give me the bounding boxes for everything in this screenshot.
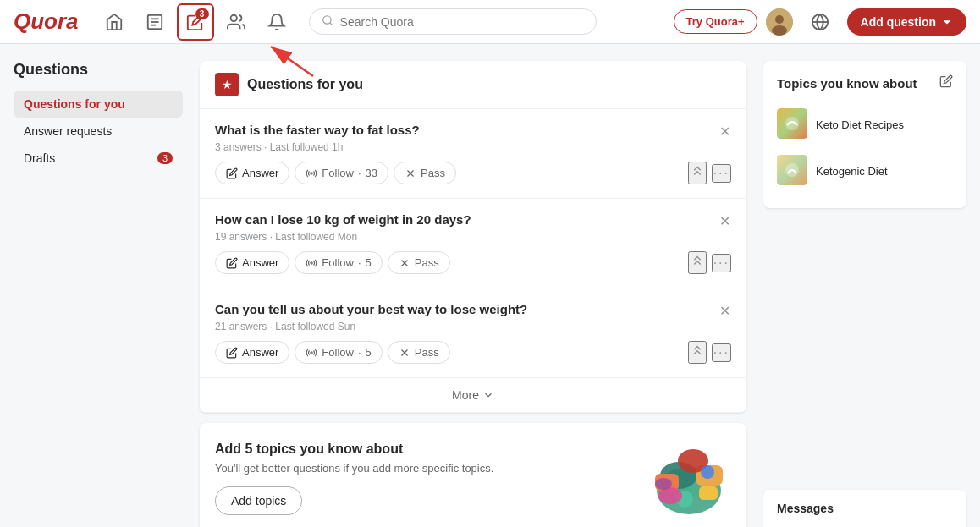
pass-btn-1[interactable]: Pass [394,162,456,184]
svg-point-14 [311,172,312,173]
svg-point-4 [230,14,236,20]
question-title-3[interactable]: Can you tell us about your best way to l… [215,302,731,316]
add-topics-title: Add 5 topics you know about [215,442,633,457]
downvote-btn-1[interactable] [688,162,707,184]
search-input[interactable] [340,15,584,29]
add-topics-left: Add 5 topics you know about You'll get b… [215,442,633,515]
downvote-btn-2[interactable] [688,251,707,274]
more-options-btn-2[interactable]: ··· [712,254,731,272]
topics-panel: Topics you know about [763,61,966,208]
write-nav-btn[interactable]: 3 [177,3,214,41]
home-nav-btn[interactable] [96,3,133,41]
topic-item-keto-diet[interactable]: Keto Diet Recipes [777,102,953,148]
question-meta-1: 3 answers · Last followed 1h [215,141,731,153]
questions-panel: ★ Questions for you ✕ What is the faster… [200,61,746,413]
add-question-btn[interactable]: Add question [847,8,966,36]
svg-rect-30 [699,486,718,500]
panel-header: ★ Questions for you [200,61,746,109]
try-quora-btn[interactable]: Try Quora+ [674,9,757,34]
header-nav: 3 [96,3,295,41]
answer-btn-2[interactable]: Answer [215,251,289,274]
topic-name-keto-diet: Keto Diet Recipes [816,118,904,131]
question-actions-1: Answer Follow · 33 Pass ··· [215,162,731,184]
panel-header-title: Questions for you [247,77,363,92]
svg-point-31 [658,487,682,504]
drafts-badge: 3 [157,152,173,164]
write-badge: 3 [195,8,209,19]
add-topics-card: Add 5 topics you know about You'll get b… [200,423,746,527]
search-bar [309,8,597,35]
add-topics-illustration [647,440,731,516]
notifications-nav-btn[interactable] [258,3,295,41]
header-right: Try Quora+ Add question [674,3,966,41]
answer-btn-1[interactable]: Answer [215,162,289,184]
svg-point-20 [311,351,312,353]
quora-logo[interactable]: Quora [14,8,79,35]
answer-btn-3[interactable]: Answer [215,341,289,364]
sidebar: Questions Questions for you Answer reque… [14,61,183,527]
header: Quora 3 Try Quora+ [0,0,980,44]
follow-btn-3[interactable]: Follow · 5 [295,341,382,364]
question-title-1[interactable]: What is the faster way to fat loss? [215,123,731,137]
topics-panel-header: Topics you know about [777,74,953,91]
sidebar-item-drafts[interactable]: Drafts 3 [14,145,183,172]
pass-btn-2[interactable]: Pass [388,251,450,274]
topic-item-ketogenic[interactable]: Ketogenic Diet [777,148,953,195]
more-row[interactable]: More [200,378,746,413]
answers-nav-btn[interactable] [136,3,173,41]
sidebar-item-questions-for-you[interactable]: Questions for you [14,91,183,118]
messages-panel[interactable]: Messages [763,490,966,527]
question-title-2[interactable]: How can I lose 10 kg of weight in 20 day… [215,212,731,227]
add-topics-desc: You'll get better questions if you add m… [215,462,633,475]
spaces-nav-btn[interactable] [217,3,255,41]
question-card-2: ✕ How can I lose 10 kg of weight in 20 d… [200,199,746,288]
globe-btn[interactable] [801,3,839,41]
more-options-btn-1[interactable]: ··· [712,164,731,183]
main-content: ★ Questions for you ✕ What is the faster… [200,61,746,527]
question-actions-3: Answer Follow · 5 Pass ··· [215,341,731,364]
topic-icon-keto-diet [777,108,807,141]
downvote-btn-3[interactable] [688,341,707,364]
question-meta-2: 19 answers · Last followed Mon [215,231,731,243]
more-options-btn-3[interactable]: ··· [712,343,731,362]
svg-point-9 [772,25,787,36]
search-icon [322,14,333,29]
follow-btn-2[interactable]: Follow · 5 [295,251,382,274]
close-question-1[interactable]: ✕ [714,121,735,141]
svg-point-5 [322,16,330,24]
panel-header-icon: ★ [215,73,239,96]
avatar[interactable] [766,8,793,36]
topic-icon-ketogenic [777,155,807,188]
add-topics-btn[interactable]: Add topics [215,486,302,515]
svg-point-17 [311,261,312,263]
question-card-1: ✕ What is the faster way to fat loss? 3 … [200,109,746,199]
messages-title: Messages [777,502,834,515]
sidebar-item-answer-requests[interactable]: Answer requests [14,118,183,145]
close-question-2[interactable]: ✕ [714,211,735,231]
edit-topics-btn[interactable] [939,74,953,91]
follow-btn-1[interactable]: Follow · 33 [295,162,388,184]
close-question-3[interactable]: ✕ [714,300,735,321]
svg-point-33 [655,478,672,490]
question-meta-3: 21 answers · Last followed Sun [215,321,731,332]
question-actions-2: Answer Follow · 5 Pass ··· [215,251,731,274]
question-card-3: ✕ Can you tell us about your best way to… [200,288,746,378]
topic-name-ketogenic: Ketogenic Diet [816,165,888,178]
svg-point-8 [775,15,784,24]
svg-line-6 [329,23,332,25]
topics-panel-title: Topics you know about [777,76,917,91]
sidebar-title: Questions [14,61,183,79]
pass-btn-3[interactable]: Pass [388,341,450,364]
main-layout: Questions Questions for you Answer reque… [0,44,980,527]
right-panel: Topics you know about [763,61,966,527]
svg-point-32 [701,465,714,479]
